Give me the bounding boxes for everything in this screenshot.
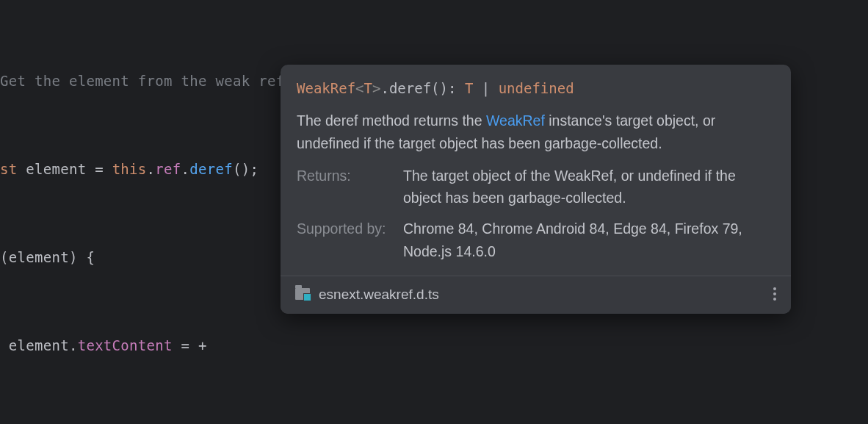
- more-options-icon[interactable]: [770, 284, 779, 303]
- doc-details: Returns: The target object of the WeakRe…: [281, 165, 791, 276]
- supported-by-value: Chrome 84, Chrome Android 84, Edge 84, F…: [403, 218, 775, 262]
- source-file-link[interactable]: esnext.weakref.d.ts: [319, 284, 763, 305]
- doc-description: The deref method returns the WeakRef ins…: [281, 107, 791, 164]
- supported-by-label: Supported by:: [297, 218, 403, 262]
- doc-signature: WeakRef<T>.deref(): T | undefined: [281, 65, 791, 107]
- file-icon: [295, 288, 310, 300]
- doc-footer: esnext.weakref.d.ts: [281, 276, 791, 314]
- returns-label: Returns:: [297, 165, 403, 209]
- weakref-link[interactable]: WeakRef: [486, 112, 545, 129]
- quick-doc-popup[interactable]: WeakRef<T>.deref(): T | undefined The de…: [281, 65, 791, 314]
- code-line: lse {: [0, 419, 868, 424]
- returns-value: The target object of the WeakRef, or und…: [403, 165, 775, 209]
- code-line: element.textContent = +: [0, 331, 868, 360]
